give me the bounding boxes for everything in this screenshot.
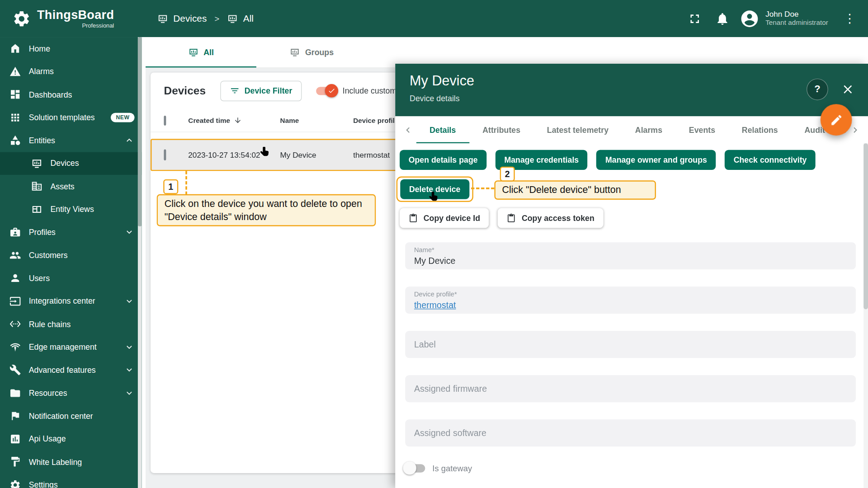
- panel-header: My Device Device details ?: [395, 64, 868, 116]
- open-details-page-button[interactable]: Open details page: [400, 150, 486, 170]
- assigned-software-field[interactable]: Assigned software: [405, 419, 856, 446]
- sidebar-item-edge-management[interactable]: Edge management: [0, 336, 142, 359]
- notifications-bell-icon[interactable]: [715, 11, 730, 26]
- advanced-features-icon: [9, 364, 21, 376]
- filter-icon: [230, 86, 240, 96]
- panel-title: My Device: [410, 72, 854, 89]
- tab-attributes[interactable]: Attributes: [469, 116, 534, 143]
- name-field[interactable]: Name* My Device: [405, 242, 856, 269]
- sidebar-item-home[interactable]: Home: [0, 37, 142, 60]
- chevron-down-icon: [124, 388, 134, 398]
- fullscreen-icon[interactable]: [687, 11, 702, 26]
- sidebar-item-settings[interactable]: Settings: [0, 474, 142, 488]
- help-button[interactable]: ?: [807, 79, 828, 100]
- sidebar-item-api-usage[interactable]: Api Usage: [0, 427, 142, 450]
- copy-icon: [409, 213, 418, 223]
- entity-views-icon: [31, 203, 43, 215]
- select-all-checkbox[interactable]: [164, 115, 166, 125]
- action-buttons-row: Open details page Manage credentials Man…: [400, 150, 859, 170]
- assets-icon: [31, 180, 43, 192]
- toggle-knob: [403, 461, 416, 474]
- all-tab-icon: [188, 47, 198, 57]
- sidebar-item-notification-center[interactable]: Notification center: [0, 404, 142, 427]
- device-filter-button[interactable]: Device Filter: [220, 80, 302, 101]
- breadcrumb-all-label: All: [243, 13, 254, 24]
- sidebar-item-white-labeling[interactable]: White Labeling: [0, 450, 142, 474]
- assigned-firmware-field[interactable]: Assigned firmware: [405, 375, 856, 402]
- groups-tab-icon: [290, 47, 300, 57]
- tab-relations[interactable]: Relations: [728, 116, 791, 143]
- column-created-time[interactable]: Created time: [188, 116, 280, 124]
- tab-details[interactable]: Details: [416, 116, 469, 143]
- copy-buttons-row: Copy device Id Copy access token: [400, 208, 859, 228]
- white-labeling-icon: [9, 456, 21, 468]
- edge-management-icon: [9, 341, 21, 353]
- copy-access-token-button[interactable]: Copy access token: [498, 208, 603, 228]
- devices-title: Devices: [164, 84, 206, 97]
- step-2-callout: Click "Delete device" button: [494, 180, 656, 200]
- tab-groups[interactable]: Groups: [256, 37, 367, 67]
- tab-latest-telemetry[interactable]: Latest telemetry: [533, 116, 622, 143]
- breadcrumb-all[interactable]: All: [227, 13, 254, 24]
- close-icon[interactable]: [841, 82, 855, 96]
- panel-scrollbar-thumb[interactable]: [863, 143, 868, 309]
- include-customers-toggle[interactable]: [316, 87, 336, 95]
- panel-scrollbar[interactable]: [863, 143, 868, 488]
- profiles-icon: [9, 226, 21, 238]
- chevron-down-icon: [124, 365, 134, 375]
- sidebar-item-devices[interactable]: Devices: [0, 152, 142, 175]
- chevron-right-icon: [850, 124, 861, 135]
- sidebar-item-resources[interactable]: Resources: [0, 381, 142, 404]
- name-field-value: My Device: [414, 256, 847, 266]
- user-menu[interactable]: John Doe Tenant administrator: [765, 9, 828, 28]
- tab-alarms[interactable]: Alarms: [622, 116, 675, 143]
- label-field[interactable]: Label: [405, 331, 856, 358]
- breadcrumb-separator: >: [214, 14, 219, 23]
- customers-icon: [9, 249, 21, 261]
- sidebar-item-assets[interactable]: Assets: [0, 175, 142, 198]
- label-field-placeholder: Label: [414, 339, 436, 349]
- sidebar-item-solution-templates[interactable]: Solution templates NEW: [0, 106, 142, 129]
- row-device-name: My Device: [280, 150, 354, 160]
- panel-subtitle: Device details: [410, 94, 854, 103]
- integrations-icon: [9, 296, 21, 307]
- copy-icon: [507, 213, 516, 223]
- manage-owner-groups-button[interactable]: Manage owner and groups: [596, 150, 716, 170]
- sidebar-scrollbar-thumb[interactable]: [138, 37, 142, 226]
- sidebar-item-customers[interactable]: Customers: [0, 244, 142, 267]
- sidebar-item-entity-views[interactable]: Entity Views: [0, 198, 142, 221]
- app-logo[interactable]: ThingsBoard Professional: [0, 9, 142, 28]
- column-name[interactable]: Name: [280, 117, 354, 124]
- step-2-marker: 2: [500, 167, 515, 182]
- sidebar-item-entities[interactable]: Entities: [0, 129, 142, 152]
- user-avatar[interactable]: [740, 9, 760, 28]
- check-connectivity-button[interactable]: Check connectivity: [725, 150, 816, 170]
- sidebar-item-advanced-features[interactable]: Advanced features: [0, 358, 142, 381]
- device-profile-field[interactable]: Device profile* thermostat: [405, 286, 856, 314]
- sidebar-item-alarms[interactable]: Alarms: [0, 60, 142, 83]
- sidebar-item-users[interactable]: Users: [0, 267, 142, 290]
- tab-all[interactable]: All: [146, 37, 256, 67]
- is-gateway-row: Is gateway: [405, 464, 859, 473]
- copy-device-id-button[interactable]: Copy device Id: [400, 208, 489, 228]
- panel-tabs: Details Attributes Latest telemetry Alar…: [395, 116, 868, 143]
- edit-fab-button[interactable]: [821, 104, 852, 136]
- sidebar-scrollbar[interactable]: [138, 37, 142, 488]
- include-customers-toggle-row: Include custome: [316, 86, 401, 95]
- more-menu-icon[interactable]: ⋮: [840, 11, 859, 26]
- tabs-scroll-left[interactable]: [400, 116, 416, 143]
- tab-events[interactable]: Events: [675, 116, 728, 143]
- assigned-firmware-placeholder: Assigned firmware: [414, 384, 487, 394]
- breadcrumb-devices[interactable]: Devices: [157, 13, 207, 24]
- sidebar-item-dashboards[interactable]: Dashboards: [0, 83, 142, 106]
- sidebar-item-rule-chains[interactable]: Rule chains: [0, 313, 142, 336]
- include-customers-label: Include custome: [343, 86, 401, 95]
- row-checkbox[interactable]: [164, 150, 166, 160]
- sidebar-item-profiles[interactable]: Profiles: [0, 221, 142, 244]
- is-gateway-toggle[interactable]: [405, 464, 425, 472]
- panel-tabs-strip: Details Attributes Latest telemetry Alar…: [416, 116, 847, 143]
- resources-icon: [9, 387, 21, 399]
- chevron-up-icon: [124, 135, 134, 145]
- device-profile-link[interactable]: thermostat: [414, 300, 456, 310]
- sidebar-item-integrations-center[interactable]: Integrations center: [0, 290, 142, 313]
